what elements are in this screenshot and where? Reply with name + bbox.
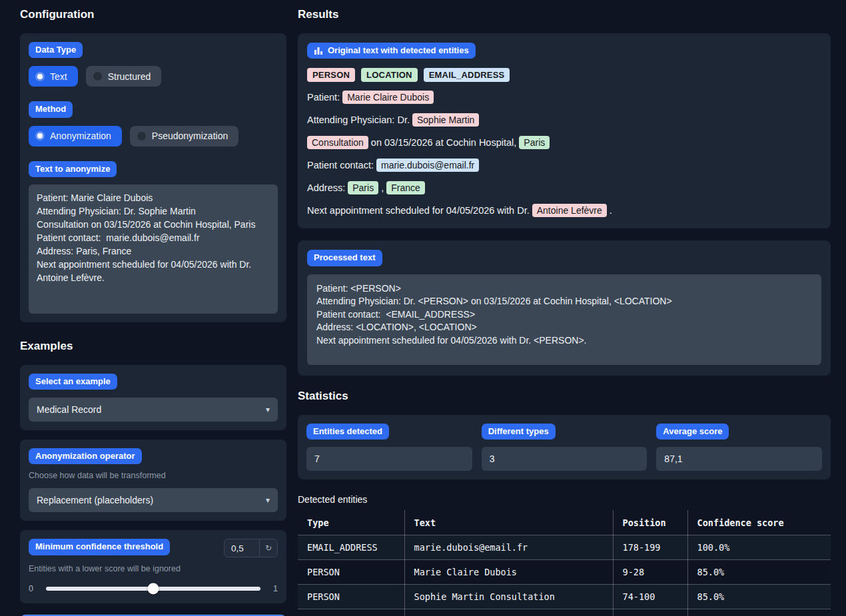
statistics-card: Entities detected 7 Different types 3 Av… bbox=[298, 415, 831, 479]
configuration-card: Data Type Text Structured Method Anonymi… bbox=[20, 33, 286, 322]
operator-caption: Choose how data will be transformed bbox=[29, 471, 278, 480]
cell-text: marie.dubois@email.fr bbox=[404, 535, 613, 560]
text-to-anonymize-input[interactable]: Patient: Marie Claire Dubois Attending P… bbox=[29, 184, 278, 314]
detected-entities-table: Type Text Position Confidence score EMAI… bbox=[298, 510, 831, 616]
text-segment: Attending Physician: Dr. bbox=[307, 115, 412, 125]
stat-value: 3 bbox=[482, 447, 647, 471]
radio-unselected-icon bbox=[137, 132, 146, 141]
slider-handle[interactable] bbox=[148, 583, 159, 595]
radio-option-pseudonymization[interactable]: Pseudonymization bbox=[130, 126, 238, 147]
data-type-radio-group: Text Structured bbox=[29, 66, 278, 87]
cell-position: 178-199 bbox=[613, 535, 687, 560]
email-highlight: marie.dubois@email.fr bbox=[376, 158, 479, 172]
entity-legend: PERSON LOCATION EMAIL_ADDRESS bbox=[307, 68, 821, 82]
cell-text: Sophie Martin Consultation bbox=[404, 585, 613, 609]
entity-line: Patient contact: marie.dubois@email.fr bbox=[307, 158, 821, 172]
table-row: EMAIL_ADDRESS marie.dubois@email.fr 178-… bbox=[298, 535, 831, 560]
operator-card: Anonymization operator Choose how data w… bbox=[20, 440, 286, 521]
person-highlight: Consultation bbox=[307, 136, 368, 149]
example-select[interactable]: Medical Record ▾ bbox=[29, 398, 278, 422]
cell-score: 85.0% bbox=[687, 585, 831, 609]
stat-average-score: Average score 87,1 bbox=[656, 424, 822, 471]
cell-type: PERSON bbox=[298, 560, 404, 585]
chevron-down-icon: ▾ bbox=[266, 405, 270, 414]
operator-select[interactable]: Replacement (placeholders) ▾ bbox=[29, 488, 278, 512]
legend-location: LOCATION bbox=[361, 68, 418, 82]
slider-track[interactable] bbox=[46, 587, 260, 591]
radio-option-label: Pseudonymization bbox=[152, 131, 228, 141]
stat-different-types: Different types 3 bbox=[482, 424, 647, 471]
results-panel: Results Original text with detected enti… bbox=[298, 5, 831, 616]
cell-text: Marie Claire Dubois bbox=[404, 560, 613, 585]
text-segment: , bbox=[378, 182, 386, 193]
threshold-value[interactable]: 0,5 bbox=[224, 543, 259, 553]
cell-score: 100.0% bbox=[687, 535, 831, 560]
processed-text-card: Processed text Patient: <PERSON> Attendi… bbox=[298, 240, 831, 375]
text-segment: Address: bbox=[307, 182, 348, 193]
slider-min-label: 0 bbox=[29, 584, 38, 593]
cell-position: 9-28 bbox=[613, 560, 687, 585]
radio-option-label: Anonymization bbox=[50, 131, 111, 141]
app-root: Configuration Data Type Text Structured … bbox=[0, 0, 846, 616]
method-label: Method bbox=[29, 101, 73, 117]
detected-entities-title: Detected entities bbox=[298, 494, 831, 505]
location-highlight: France bbox=[386, 181, 425, 194]
radio-option-anonymization[interactable]: Anonymization bbox=[29, 126, 122, 147]
radio-option-text[interactable]: Text bbox=[29, 66, 78, 87]
table-header-row: Type Text Position Confidence score bbox=[298, 510, 831, 535]
location-highlight: Paris bbox=[348, 181, 378, 194]
threshold-label: Minimum confidence threshold bbox=[29, 539, 170, 555]
original-text-badge: Original text with detected entities bbox=[307, 43, 476, 59]
entity-line: Consultation on 03/15/2026 at Cochin Hos… bbox=[307, 135, 821, 150]
select-example-label: Select an example bbox=[29, 374, 117, 390]
stat-label: Different types bbox=[482, 424, 556, 440]
threshold-caption: Entities with a lower score will be igno… bbox=[29, 564, 278, 573]
radio-option-structured[interactable]: Structured bbox=[86, 66, 162, 87]
legend-person: PERSON bbox=[307, 68, 355, 82]
radio-option-label: Text bbox=[50, 71, 67, 82]
examples-title: Examples bbox=[20, 340, 286, 353]
radio-selected-icon bbox=[37, 133, 43, 139]
cell-position: 74-100 bbox=[613, 585, 687, 609]
radio-selected-icon bbox=[37, 74, 43, 79]
method-radio-group: Anonymization Pseudonymization bbox=[29, 126, 278, 147]
radio-unselected-icon bbox=[93, 72, 102, 81]
person-highlight: Antoine Lefèvre bbox=[532, 204, 607, 217]
text-segment: Next appointment scheduled for 04/05/202… bbox=[307, 205, 532, 216]
col-header-text: Text bbox=[404, 510, 613, 535]
cell-type: LOCATION bbox=[298, 609, 404, 616]
results-title: Results bbox=[298, 8, 831, 21]
cell-position: 135-140 bbox=[613, 609, 687, 616]
text-segment: Patient: bbox=[307, 92, 342, 103]
entity-line: Address: Paris , France bbox=[307, 180, 821, 195]
operator-label: Anonymization operator bbox=[29, 448, 142, 464]
person-highlight: Marie Claire Dubois bbox=[342, 91, 434, 104]
radio-option-label: Structured bbox=[108, 71, 151, 82]
stat-label: Entities detected bbox=[306, 424, 389, 440]
text-segment: on 03/15/2026 at Cochin Hospital, bbox=[368, 137, 520, 148]
cell-score: 85.0% bbox=[687, 609, 831, 616]
configuration-panel: Configuration Data Type Text Structured … bbox=[20, 5, 286, 616]
slider-max-label: 1 bbox=[268, 584, 278, 593]
chart-icon bbox=[314, 46, 323, 55]
threshold-number-input[interactable]: 0,5 ↻ bbox=[224, 539, 278, 557]
entity-line: Attending Physician: Dr. Sophie Martin bbox=[307, 113, 821, 127]
example-select-card: Select an example Medical Record ▾ bbox=[20, 365, 286, 430]
legend-email-address: EMAIL_ADDRESS bbox=[424, 68, 510, 82]
col-header-score: Confidence score bbox=[687, 510, 831, 535]
col-header-position: Position bbox=[613, 510, 687, 535]
stat-label: Average score bbox=[656, 424, 729, 440]
stat-value: 87,1 bbox=[656, 447, 822, 471]
cell-type: EMAIL_ADDRESS bbox=[298, 535, 404, 560]
cell-type: PERSON bbox=[298, 585, 404, 609]
statistics-title: Statistics bbox=[298, 390, 831, 403]
reset-icon[interactable]: ↻ bbox=[259, 539, 277, 557]
text-segment: Patient contact: bbox=[307, 160, 376, 170]
text-to-anonymize-label: Text to anonymize bbox=[29, 161, 117, 177]
threshold-slider: 0 1 bbox=[29, 584, 278, 595]
stat-entities-detected: Entities detected 7 bbox=[306, 424, 472, 471]
threshold-card: Minimum confidence threshold 0,5 ↻ Entit… bbox=[20, 530, 286, 603]
entity-line: Patient: Marie Claire Dubois bbox=[307, 90, 821, 105]
chevron-down-icon: ▾ bbox=[266, 495, 270, 505]
processed-text-badge: Processed text bbox=[307, 250, 382, 266]
